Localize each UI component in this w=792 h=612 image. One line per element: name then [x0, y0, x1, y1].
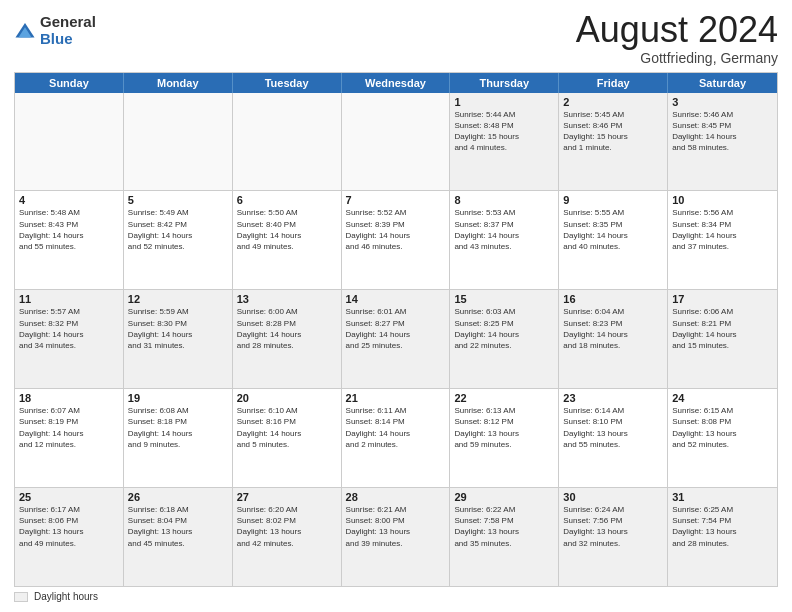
- day-info: Sunrise: 6:24 AM Sunset: 7:56 PM Dayligh…: [563, 504, 663, 549]
- day-number: 7: [346, 194, 446, 206]
- logo-general-text: General: [40, 14, 96, 31]
- weekday-header-sunday: Sunday: [15, 73, 124, 93]
- page: General Blue August 2024 Gottfrieding, G…: [0, 0, 792, 612]
- day-cell-24: 24Sunrise: 6:15 AM Sunset: 8:08 PM Dayli…: [668, 389, 777, 487]
- logo-text: General Blue: [40, 14, 96, 47]
- day-info: Sunrise: 5:56 AM Sunset: 8:34 PM Dayligh…: [672, 207, 773, 252]
- day-number: 23: [563, 392, 663, 404]
- day-number: 28: [346, 491, 446, 503]
- day-number: 21: [346, 392, 446, 404]
- day-info: Sunrise: 5:44 AM Sunset: 8:48 PM Dayligh…: [454, 109, 554, 154]
- day-info: Sunrise: 6:03 AM Sunset: 8:25 PM Dayligh…: [454, 306, 554, 351]
- day-number: 26: [128, 491, 228, 503]
- logo-blue-text: Blue: [40, 31, 96, 48]
- day-number: 1: [454, 96, 554, 108]
- day-info: Sunrise: 6:10 AM Sunset: 8:16 PM Dayligh…: [237, 405, 337, 450]
- logo-icon: [14, 20, 36, 42]
- day-info: Sunrise: 5:46 AM Sunset: 8:45 PM Dayligh…: [672, 109, 773, 154]
- footer: Daylight hours: [14, 591, 778, 602]
- day-number: 5: [128, 194, 228, 206]
- calendar-row-3: 11Sunrise: 5:57 AM Sunset: 8:32 PM Dayli…: [15, 290, 777, 389]
- day-number: 3: [672, 96, 773, 108]
- day-number: 18: [19, 392, 119, 404]
- calendar: SundayMondayTuesdayWednesdayThursdayFrid…: [14, 72, 778, 587]
- day-number: 22: [454, 392, 554, 404]
- day-number: 20: [237, 392, 337, 404]
- day-info: Sunrise: 5:50 AM Sunset: 8:40 PM Dayligh…: [237, 207, 337, 252]
- location: Gottfrieding, Germany: [576, 50, 778, 66]
- day-info: Sunrise: 5:48 AM Sunset: 8:43 PM Dayligh…: [19, 207, 119, 252]
- day-info: Sunrise: 6:01 AM Sunset: 8:27 PM Dayligh…: [346, 306, 446, 351]
- legend-label: Daylight hours: [34, 591, 98, 602]
- day-cell-20: 20Sunrise: 6:10 AM Sunset: 8:16 PM Dayli…: [233, 389, 342, 487]
- day-info: Sunrise: 6:15 AM Sunset: 8:08 PM Dayligh…: [672, 405, 773, 450]
- calendar-header: SundayMondayTuesdayWednesdayThursdayFrid…: [15, 73, 777, 93]
- day-number: 29: [454, 491, 554, 503]
- day-number: 12: [128, 293, 228, 305]
- day-cell-29: 29Sunrise: 6:22 AM Sunset: 7:58 PM Dayli…: [450, 488, 559, 586]
- day-cell-8: 8Sunrise: 5:53 AM Sunset: 8:37 PM Daylig…: [450, 191, 559, 289]
- weekday-header-thursday: Thursday: [450, 73, 559, 93]
- day-info: Sunrise: 5:49 AM Sunset: 8:42 PM Dayligh…: [128, 207, 228, 252]
- day-cell-23: 23Sunrise: 6:14 AM Sunset: 8:10 PM Dayli…: [559, 389, 668, 487]
- month-title: August 2024: [576, 10, 778, 50]
- day-info: Sunrise: 6:00 AM Sunset: 8:28 PM Dayligh…: [237, 306, 337, 351]
- day-number: 4: [19, 194, 119, 206]
- day-info: Sunrise: 6:14 AM Sunset: 8:10 PM Dayligh…: [563, 405, 663, 450]
- day-cell-6: 6Sunrise: 5:50 AM Sunset: 8:40 PM Daylig…: [233, 191, 342, 289]
- day-cell-28: 28Sunrise: 6:21 AM Sunset: 8:00 PM Dayli…: [342, 488, 451, 586]
- day-info: Sunrise: 5:55 AM Sunset: 8:35 PM Dayligh…: [563, 207, 663, 252]
- empty-cell: [124, 93, 233, 191]
- day-cell-13: 13Sunrise: 6:00 AM Sunset: 8:28 PM Dayli…: [233, 290, 342, 388]
- weekday-header-monday: Monday: [124, 73, 233, 93]
- day-number: 14: [346, 293, 446, 305]
- day-cell-12: 12Sunrise: 5:59 AM Sunset: 8:30 PM Dayli…: [124, 290, 233, 388]
- day-number: 15: [454, 293, 554, 305]
- day-number: 8: [454, 194, 554, 206]
- day-number: 9: [563, 194, 663, 206]
- day-cell-17: 17Sunrise: 6:06 AM Sunset: 8:21 PM Dayli…: [668, 290, 777, 388]
- day-number: 16: [563, 293, 663, 305]
- weekday-header-saturday: Saturday: [668, 73, 777, 93]
- day-cell-5: 5Sunrise: 5:49 AM Sunset: 8:42 PM Daylig…: [124, 191, 233, 289]
- day-number: 6: [237, 194, 337, 206]
- weekday-header-tuesday: Tuesday: [233, 73, 342, 93]
- day-cell-22: 22Sunrise: 6:13 AM Sunset: 8:12 PM Dayli…: [450, 389, 559, 487]
- day-cell-30: 30Sunrise: 6:24 AM Sunset: 7:56 PM Dayli…: [559, 488, 668, 586]
- calendar-row-4: 18Sunrise: 6:07 AM Sunset: 8:19 PM Dayli…: [15, 389, 777, 488]
- day-cell-21: 21Sunrise: 6:11 AM Sunset: 8:14 PM Dayli…: [342, 389, 451, 487]
- day-info: Sunrise: 5:59 AM Sunset: 8:30 PM Dayligh…: [128, 306, 228, 351]
- day-number: 31: [672, 491, 773, 503]
- day-number: 13: [237, 293, 337, 305]
- calendar-row-1: 1Sunrise: 5:44 AM Sunset: 8:48 PM Daylig…: [15, 93, 777, 192]
- day-info: Sunrise: 6:22 AM Sunset: 7:58 PM Dayligh…: [454, 504, 554, 549]
- day-info: Sunrise: 6:18 AM Sunset: 8:04 PM Dayligh…: [128, 504, 228, 549]
- day-cell-31: 31Sunrise: 6:25 AM Sunset: 7:54 PM Dayli…: [668, 488, 777, 586]
- calendar-body: 1Sunrise: 5:44 AM Sunset: 8:48 PM Daylig…: [15, 93, 777, 586]
- day-number: 24: [672, 392, 773, 404]
- logo: General Blue: [14, 10, 96, 47]
- day-info: Sunrise: 6:21 AM Sunset: 8:00 PM Dayligh…: [346, 504, 446, 549]
- day-cell-26: 26Sunrise: 6:18 AM Sunset: 8:04 PM Dayli…: [124, 488, 233, 586]
- day-number: 17: [672, 293, 773, 305]
- day-cell-11: 11Sunrise: 5:57 AM Sunset: 8:32 PM Dayli…: [15, 290, 124, 388]
- day-cell-10: 10Sunrise: 5:56 AM Sunset: 8:34 PM Dayli…: [668, 191, 777, 289]
- day-cell-14: 14Sunrise: 6:01 AM Sunset: 8:27 PM Dayli…: [342, 290, 451, 388]
- calendar-row-5: 25Sunrise: 6:17 AM Sunset: 8:06 PM Dayli…: [15, 488, 777, 586]
- empty-cell: [342, 93, 451, 191]
- day-cell-15: 15Sunrise: 6:03 AM Sunset: 8:25 PM Dayli…: [450, 290, 559, 388]
- day-info: Sunrise: 6:04 AM Sunset: 8:23 PM Dayligh…: [563, 306, 663, 351]
- day-info: Sunrise: 6:08 AM Sunset: 8:18 PM Dayligh…: [128, 405, 228, 450]
- calendar-row-2: 4Sunrise: 5:48 AM Sunset: 8:43 PM Daylig…: [15, 191, 777, 290]
- day-info: Sunrise: 6:11 AM Sunset: 8:14 PM Dayligh…: [346, 405, 446, 450]
- day-info: Sunrise: 6:17 AM Sunset: 8:06 PM Dayligh…: [19, 504, 119, 549]
- day-number: 30: [563, 491, 663, 503]
- day-number: 10: [672, 194, 773, 206]
- day-cell-7: 7Sunrise: 5:52 AM Sunset: 8:39 PM Daylig…: [342, 191, 451, 289]
- day-cell-27: 27Sunrise: 6:20 AM Sunset: 8:02 PM Dayli…: [233, 488, 342, 586]
- title-block: August 2024 Gottfrieding, Germany: [576, 10, 778, 66]
- day-cell-2: 2Sunrise: 5:45 AM Sunset: 8:46 PM Daylig…: [559, 93, 668, 191]
- day-info: Sunrise: 6:13 AM Sunset: 8:12 PM Dayligh…: [454, 405, 554, 450]
- day-cell-9: 9Sunrise: 5:55 AM Sunset: 8:35 PM Daylig…: [559, 191, 668, 289]
- day-info: Sunrise: 6:20 AM Sunset: 8:02 PM Dayligh…: [237, 504, 337, 549]
